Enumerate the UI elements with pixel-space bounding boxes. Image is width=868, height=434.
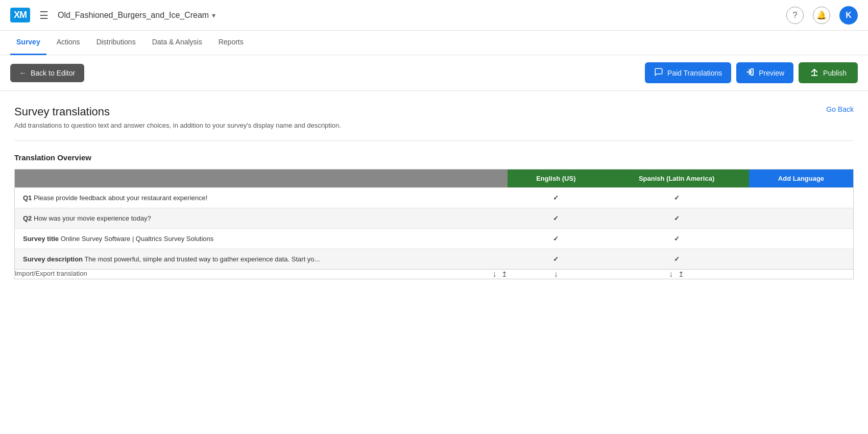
preview-button[interactable]: Preview (736, 62, 793, 83)
question-text: The most powerful, simple and trusted wa… (83, 255, 320, 263)
project-title[interactable]: Old_Fashioned_Burgers_and_Ice_Cream ▾ (58, 11, 215, 20)
preview-icon (745, 67, 755, 78)
english-check-cell: ✓ (508, 249, 604, 270)
question-text: Online Survey Software | Qualtrics Surve… (59, 235, 213, 243)
english-download-icon[interactable]: ↓ (554, 270, 558, 279)
tab-distributions[interactable]: Distributions (90, 31, 142, 55)
check-icon: ✓ (674, 194, 680, 202)
th-spanish: Spanish (Latin America) (604, 170, 749, 188)
hamburger-menu-icon[interactable]: ☰ (39, 9, 49, 21)
question-cell: Q2 How was your movie experience today? (15, 208, 508, 229)
question-label: Survey description (23, 255, 83, 263)
notifications-button[interactable]: 🔔 (813, 7, 830, 24)
check-icon: ✓ (674, 235, 680, 243)
check-icon: ✓ (553, 255, 559, 263)
page-header-left: Survey translations Add translations to … (14, 105, 341, 129)
tab-reports[interactable]: Reports (212, 31, 250, 55)
help-button[interactable]: ? (786, 7, 804, 24)
tab-survey[interactable]: Survey (10, 31, 46, 55)
english-check-cell: ✓ (508, 208, 604, 229)
question-text: Please provide feedback about your resta… (32, 194, 207, 202)
tab-data-analysis[interactable]: Data & Analysis (146, 31, 208, 55)
back-arrow-icon: ← (19, 69, 27, 77)
spanish-upload-icon[interactable]: ↥ (678, 270, 684, 278)
table-row: Q1 Please provide feedback about your re… (15, 188, 854, 208)
spanish-check-cell: ✓ (604, 229, 749, 249)
content-area: Survey translations Add translations to … (0, 91, 868, 279)
nav-right: ? 🔔 K (786, 6, 858, 25)
top-nav: XM ☰ Old_Fashioned_Burgers_and_Ice_Cream… (0, 0, 868, 31)
section-title: Translation Overview (14, 153, 854, 162)
back-to-editor-button[interactable]: ← Back to Editor (10, 64, 84, 82)
check-icon: ✓ (553, 194, 559, 202)
import-export-label-cell: Import/Export translation ↓ ↥ (15, 270, 508, 279)
question-cell: Survey description The most powerful, si… (15, 249, 508, 270)
table-header-row: English (US) Spanish (Latin America) Add… (15, 170, 854, 188)
question-label: Q2 (23, 214, 32, 222)
import-export-spanish-cell: ↓ ↥ (604, 270, 749, 279)
add-lang-cell (749, 208, 854, 229)
xm-logo[interactable]: XM (10, 8, 30, 22)
spanish-check-cell: ✓ (604, 208, 749, 229)
add-lang-cell (749, 188, 854, 208)
check-icon: ✓ (674, 214, 680, 222)
question-cell: Q1 Please provide feedback about your re… (15, 188, 508, 208)
question-cell: Survey title Online Survey Software | Qu… (15, 229, 508, 249)
xm-logo-box: XM (10, 8, 30, 22)
toolbar-right: Paid Translations Preview Publish (645, 62, 858, 83)
go-back-link[interactable]: Go Back (826, 105, 854, 113)
upload-icon[interactable]: ↥ (501, 270, 508, 278)
section-divider (14, 140, 854, 141)
download-icon[interactable]: ↓ (492, 270, 496, 279)
publish-icon (810, 67, 819, 78)
table-row: Survey description The most powerful, si… (15, 249, 854, 270)
check-icon: ✓ (553, 235, 559, 243)
english-check-cell: ✓ (508, 188, 604, 208)
th-english: English (US) (508, 170, 604, 188)
avatar[interactable]: K (839, 6, 858, 25)
page-title: Survey translations (14, 105, 341, 118)
spanish-check-cell: ✓ (604, 188, 749, 208)
svg-rect-1 (751, 69, 754, 75)
page-header: Survey translations Add translations to … (14, 105, 854, 129)
th-add-language[interactable]: Add Language (749, 170, 854, 188)
spanish-check-cell: ✓ (604, 249, 749, 270)
check-icon: ✓ (553, 214, 559, 222)
check-icon: ✓ (674, 255, 680, 263)
table-row: Survey title Online Survey Software | Qu… (15, 229, 854, 249)
paid-translations-icon (654, 67, 663, 78)
page-subtitle: Add translations to question text and an… (14, 122, 341, 129)
add-lang-cell (749, 229, 854, 249)
english-check-cell: ✓ (508, 229, 604, 249)
translation-table: English (US) Spanish (Latin America) Add… (14, 169, 854, 279)
paid-translations-button[interactable]: Paid Translations (645, 62, 731, 83)
question-text: How was your movie experience today? (32, 214, 151, 222)
secondary-nav: Survey Actions Distributions Data & Anal… (0, 31, 868, 55)
import-export-label: Import/Export translation (15, 270, 87, 277)
import-export-row: Import/Export translation ↓ ↥ ↓ ↓ ↥ (15, 270, 854, 279)
question-label: Survey title (23, 235, 59, 243)
table-row: Q2 How was your movie experience today?✓… (15, 208, 854, 229)
project-title-text: Old_Fashioned_Burgers_and_Ice_Cream (58, 11, 209, 20)
toolbar: ← Back to Editor Paid Translations Previ… (0, 55, 868, 91)
spanish-download-icon[interactable]: ↓ (669, 270, 673, 279)
project-title-chevron-icon: ▾ (212, 11, 215, 19)
add-lang-cell (749, 249, 854, 270)
th-empty (15, 170, 508, 188)
tab-actions[interactable]: Actions (51, 31, 86, 55)
import-export-addlang-cell (749, 270, 854, 279)
import-export-english-cell: ↓ (508, 270, 604, 279)
publish-button[interactable]: Publish (799, 62, 858, 83)
question-label: Q1 (23, 194, 32, 202)
